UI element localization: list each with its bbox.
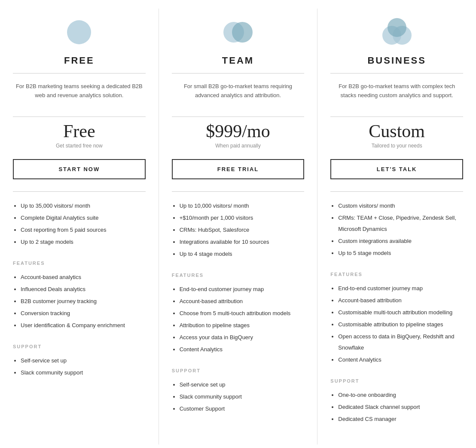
list-item: CRMs: TEAM + Close, Pipedrive, Zendesk S… (338, 212, 463, 235)
list-item: Customisable multi-touch attribution mod… (338, 307, 463, 318)
svg-point-0 (67, 20, 91, 44)
free-price: Free (13, 121, 146, 141)
list-item: Up to 4 stage models (180, 249, 305, 260)
team-support-list: Self-service set upSlack community suppo… (172, 379, 305, 415)
list-item: Conversion tracking (21, 308, 146, 319)
team-cta-button[interactable]: FREE TRIAL (172, 159, 305, 179)
plan-business: BUSINESSFor B2B go-to-market teams with … (317, 9, 476, 445)
list-item: Custom visitors/ month (338, 200, 463, 212)
business-price-note: Tailored to your needs (330, 143, 463, 149)
business-divider-1 (330, 73, 463, 74)
pricing-container: FREEFor B2B marketing teams seeking a de… (0, 0, 476, 448)
business-features-list: End-to-end customer journey mapAccount-b… (330, 283, 463, 366)
list-item: Open access to data in BigQuery, Redshif… (338, 331, 463, 353)
list-item: Self-service set up (180, 379, 305, 390)
free-price-note: Get started free now (13, 143, 146, 149)
svg-point-2 (232, 22, 253, 43)
list-item: Up to 2 stage models (21, 236, 146, 248)
free-divider-1 (13, 73, 146, 74)
team-features-list: End-to-end customer journey mapAccount-b… (172, 284, 305, 356)
business-icon (380, 17, 414, 47)
list-item: Custom integrations available (338, 236, 463, 247)
team-support-label: SUPPORT (172, 368, 305, 373)
list-item: Account-based analytics (21, 272, 146, 283)
list-item: Content Analytics (180, 344, 305, 355)
list-item: Account-based attribution (338, 295, 463, 306)
team-price: $999/mo (172, 121, 305, 141)
list-item: Self-service set up (21, 355, 146, 366)
list-item: One-to-one onboarding (338, 390, 463, 401)
list-item: Account-based attribution (180, 296, 305, 307)
list-item: Up to 10,000 visitors/ month (180, 200, 305, 212)
list-item: User identification & Company enrichment (21, 320, 146, 331)
list-item: Content Analytics (338, 354, 463, 365)
free-highlights-list: Up to 35,000 visitors/ monthComplete Dig… (13, 200, 146, 249)
list-item: Complete Digital Analytics suite (21, 212, 146, 224)
list-item: Customer Support (180, 403, 305, 414)
free-icon (62, 17, 96, 47)
list-item: Customisable attribution to pipeline sta… (338, 319, 463, 330)
free-support-list: Self-service set upSlack community suppo… (13, 355, 146, 379)
team-divider-1 (172, 73, 305, 74)
free-features-list: Account-based analyticsInfluenced Deals … (13, 272, 146, 332)
list-item: Cost reporting from 5 paid sources (21, 224, 146, 236)
list-item: Up to 35,000 visitors/ month (21, 200, 146, 212)
plan-team: TEAMFor small B2B go-to-market teams req… (159, 9, 318, 445)
free-support-label: SUPPORT (13, 344, 146, 349)
team-price-note: When paid annually (172, 143, 305, 149)
list-item: +$10/month per 1,000 visitors (180, 212, 305, 224)
business-support-label: SUPPORT (330, 378, 463, 384)
business-cta-button[interactable]: LET'S TALK (330, 159, 463, 179)
team-name: TEAM (222, 55, 254, 66)
plan-free: FREEFor B2B marketing teams seeking a de… (0, 9, 159, 445)
free-divider-2 (13, 191, 146, 192)
list-item: End-to-end customer journey map (180, 284, 305, 295)
list-item: Attribution to pipeline stages (180, 320, 305, 331)
team-highlights-list: Up to 10,000 visitors/ month+$10/month p… (172, 200, 305, 261)
svg-point-5 (388, 18, 406, 37)
free-features-label: FEATURES (13, 261, 146, 266)
business-features-label: FEATURES (330, 272, 463, 277)
team-description: For small B2B go-to-market teams requiri… (172, 82, 305, 108)
free-description: For B2B marketing teams seeking a dedica… (13, 82, 146, 108)
list-item: Dedicated CS manager (338, 414, 463, 425)
list-item: B2B customer journey tracking (21, 296, 146, 307)
list-item: Slack community support (180, 391, 305, 402)
list-item: Integrations available for 10 sources (180, 236, 305, 248)
business-description: For B2B go-to-market teams with complex … (330, 82, 463, 108)
team-features-label: FEATURES (172, 273, 305, 278)
list-item: CRMs: HubSpot, Salesforce (180, 224, 305, 236)
list-item: Dedicated Slack channel support (338, 402, 463, 413)
business-support-list: One-to-one onboardingDedicated Slack cha… (330, 390, 463, 426)
business-name: BUSINESS (367, 55, 426, 66)
business-highlights-list: Custom visitors/ monthCRMs: TEAM + Close… (330, 200, 463, 260)
list-item: Influenced Deals analytics (21, 284, 146, 295)
list-item: Up to 5 stage models (338, 248, 463, 259)
list-item: Access your data in BigQuery (180, 332, 305, 343)
business-price: Custom (330, 121, 463, 141)
list-item: Slack community support (21, 367, 146, 378)
team-divider-2 (172, 191, 305, 192)
team-icon (221, 17, 255, 47)
team-price-section: $999/moWhen paid annually (172, 117, 305, 159)
list-item: End-to-end customer journey map (338, 283, 463, 294)
business-price-section: CustomTailored to your needs (330, 117, 463, 159)
free-name: FREE (64, 55, 95, 66)
free-cta-button[interactable]: START NOW (13, 159, 146, 179)
business-divider-2 (330, 191, 463, 192)
list-item: Choose from 5 multi-touch attribution mo… (180, 308, 305, 319)
free-price-section: FreeGet started free now (13, 117, 146, 159)
